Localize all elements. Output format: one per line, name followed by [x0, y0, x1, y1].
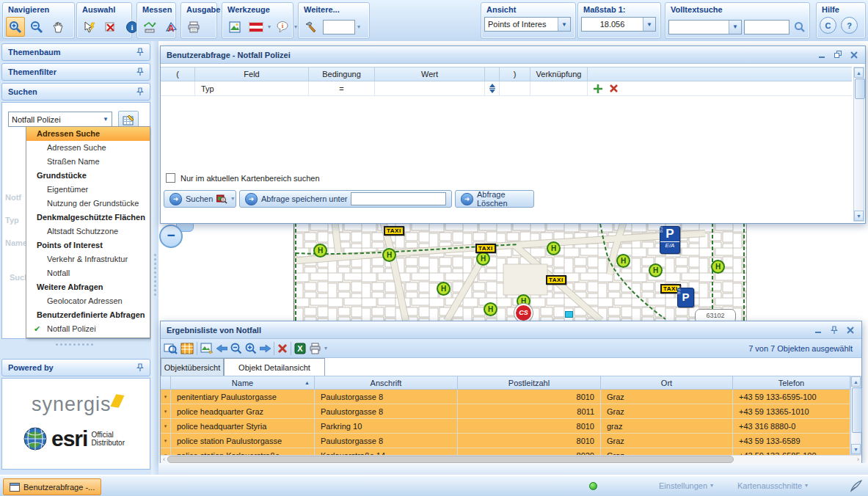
pin-icon[interactable]: [136, 87, 144, 96]
taxi-marker[interactable]: TAXI: [546, 275, 566, 285]
row-menu-caret[interactable]: ▾: [161, 434, 171, 448]
chevron-down-icon[interactable]: ▼: [558, 18, 570, 31]
map-viewport[interactable]: H H H H H H H H H H TAXI TAXI TAXI TAXI …: [293, 223, 747, 321]
map-zoom-out-button[interactable]: −: [159, 225, 183, 248]
row-menu-caret[interactable]: ▾: [161, 419, 171, 434]
list-group-header[interactable]: Points of Interest: [26, 238, 150, 252]
print-dropdown-caret[interactable]: ▾: [324, 346, 327, 351]
map-extent-checkbox[interactable]: [166, 173, 175, 183]
taxi-marker[interactable]: TAXI: [475, 244, 496, 253]
callout-dropdown-caret[interactable]: ▾: [294, 24, 297, 30]
sidebar-panel-themenfilter[interactable]: Themenfilter: [1, 63, 150, 81]
column-header-bedingung[interactable]: Bedingung: [309, 67, 375, 81]
stop-marker[interactable]: H: [649, 263, 663, 277]
minimize-button[interactable]: [817, 50, 827, 60]
zoom-out-record-icon[interactable]: [230, 343, 242, 354]
tools-button[interactable]: [302, 17, 321, 37]
restore-button[interactable]: [833, 50, 843, 60]
minimize-button[interactable]: [813, 325, 823, 335]
sidebar-panel-themenbaum[interactable]: Themenbaum: [1, 43, 150, 61]
volltextsuche-input[interactable]: [744, 20, 789, 34]
cell-telefon[interactable]: +43 59 13365-1010: [733, 404, 850, 419]
cell-name[interactable]: police headquarter Styria: [171, 419, 315, 434]
scrollbar-thumb[interactable]: [167, 456, 734, 463]
column-header-postleitzahl[interactable]: Postleitzahl: [458, 376, 601, 390]
cell-ort[interactable]: Graz: [601, 448, 733, 455]
column-header-name[interactable]: Name ▲: [171, 376, 315, 390]
query-row-verknuepfung[interactable]: [530, 81, 588, 96]
print-button[interactable]: [184, 17, 203, 37]
splitter-handle[interactable]: [151, 254, 158, 296]
tab-objektuebersicht[interactable]: Objektübersicht: [161, 358, 224, 376]
list-item[interactable]: Adressen Suche: [26, 127, 150, 141]
parking-bus-marker[interactable]: BUS P: [677, 288, 694, 307]
pan-button[interactable]: [48, 17, 68, 37]
print-results-icon[interactable]: [309, 343, 321, 354]
cell-name[interactable]: penitentiary Paulustorgasse: [171, 390, 315, 404]
list-group-header[interactable]: Denkmalgeschützte Flächen: [26, 211, 150, 225]
list-group-header[interactable]: Grundstücke: [26, 169, 150, 183]
column-header-anschrift[interactable]: Anschrift: [315, 376, 458, 390]
add-condition-icon[interactable]: [594, 84, 602, 93]
cell-telefon[interactable]: +43 316 8880-0: [733, 419, 850, 434]
austria-flag-button[interactable]: [247, 17, 266, 37]
results-vertical-scrollbar[interactable]: ▲ ▼: [850, 376, 861, 455]
query-dialog-titlebar[interactable]: Benutzerabfrage - Notfall Polizei: [161, 46, 865, 64]
water-feature-marker[interactable]: [565, 311, 573, 318]
zoom-in-record-icon[interactable]: [245, 343, 257, 354]
column-header-telefon[interactable]: Telefon: [733, 376, 850, 390]
next-record-icon[interactable]: [260, 344, 271, 353]
chevron-down-icon[interactable]: ▼: [643, 18, 655, 31]
scroll-down-icon[interactable]: ▼: [854, 211, 864, 221]
tools-dropdown-caret[interactable]: ▾: [357, 24, 360, 30]
pin-icon[interactable]: [136, 68, 144, 76]
row-menu-caret[interactable]: ▾: [161, 448, 171, 455]
excel-export-icon[interactable]: X: [294, 343, 306, 354]
volltextsuche-combobox[interactable]: ▼: [668, 20, 742, 34]
help-button[interactable]: ?: [841, 17, 858, 34]
query-row-spinner[interactable]: [485, 81, 500, 96]
stop-marker[interactable]: H: [476, 252, 490, 266]
row-menu-caret[interactable]: ▾: [161, 390, 171, 404]
zoom-out-button[interactable]: [27, 17, 46, 37]
pin-icon[interactable]: [829, 325, 839, 335]
list-item[interactable]: Geolocator Adressen: [26, 294, 150, 308]
taxi-marker[interactable]: TAXI: [384, 226, 404, 236]
column-header-close-paren[interactable]: ): [500, 67, 530, 81]
close-icon[interactable]: [845, 325, 856, 335]
massstab-combobox[interactable]: 18.056 ▼: [581, 17, 656, 32]
context-help-button[interactable]: C: [820, 17, 836, 34]
list-item[interactable]: Eigentümer: [26, 183, 150, 197]
suchen-dropdown-caret[interactable]: ▾: [231, 196, 234, 202]
cell-plz[interactable]: 8011: [458, 404, 601, 419]
stop-marker[interactable]: H: [382, 248, 396, 262]
cell-anschrift[interactable]: Paulustorgasse 8: [315, 390, 458, 404]
scroll-left-icon[interactable]: ‹: [161, 456, 167, 463]
list-item[interactable]: Nutzung der Grundstücke: [26, 197, 150, 211]
cell-ort[interactable]: Graz: [601, 434, 733, 448]
cell-anschrift[interactable]: Karlauerstraße 14: [315, 448, 458, 455]
query-row-bedingung[interactable]: =: [309, 81, 375, 96]
remove-condition-icon[interactable]: [610, 84, 618, 92]
horizontal-splitter-handle[interactable]: [56, 343, 93, 346]
cell-name[interactable]: police station Karlauerstraße: [171, 448, 315, 455]
cell-plz[interactable]: 8010: [458, 390, 601, 404]
cell-ort[interactable]: graz: [601, 419, 733, 434]
column-header-feld[interactable]: Feld: [195, 67, 309, 81]
stop-marker[interactable]: H: [437, 282, 451, 296]
spinner-up-down-icon[interactable]: [489, 84, 496, 94]
list-group-header[interactable]: Benutzerdefinierte Abfragen: [26, 308, 150, 322]
sidebar-panel-suchen[interactable]: Suchen: [1, 83, 150, 101]
scroll-up-icon[interactable]: ▲: [854, 68, 864, 78]
list-item[interactable]: Notfall: [26, 266, 150, 280]
select-features-button[interactable]: [80, 17, 99, 37]
measure-distance-button[interactable]: [140, 17, 159, 37]
scrollbar-thumb[interactable]: [852, 387, 862, 433]
column-header-ort[interactable]: Ort: [601, 376, 733, 390]
query-select-combobox[interactable]: Notfall Polizei ▼: [8, 112, 112, 127]
list-item-checked[interactable]: ✔ Notfall Polizei: [26, 322, 150, 336]
cell-name[interactable]: police station Paulustorgasse: [171, 434, 315, 448]
stop-marker[interactable]: H: [484, 302, 497, 316]
query-row-wert-input[interactable]: [375, 81, 485, 96]
taskbar-item-benutzerabfrage[interactable]: Benutzerabfrage -...: [3, 478, 101, 495]
